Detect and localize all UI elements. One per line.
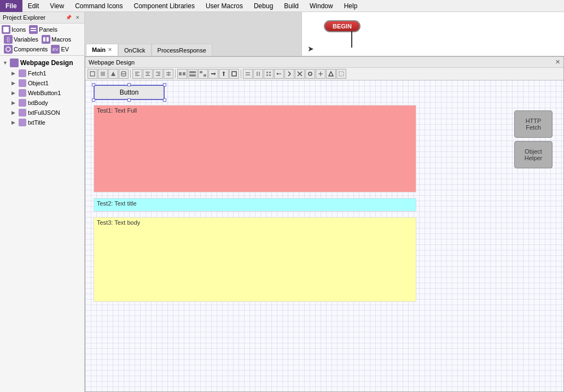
svg-rect-29: [203, 74, 206, 77]
tree-item-txtfulljson[interactable]: ▶ txtFullJSON: [2, 108, 83, 118]
menu-component-libraries[interactable]: Component Libraries: [129, 0, 200, 12]
dt-sep-2: [175, 69, 176, 78]
dt-btn-3[interactable]: [108, 69, 118, 79]
svg-rect-26: [189, 71, 196, 73]
webbutton1-widget[interactable]: Button: [94, 85, 165, 100]
dt-btn-4[interactable]: [119, 69, 129, 79]
fetch1-expand: ▶: [11, 71, 17, 76]
menu-file[interactable]: File: [0, 0, 22, 12]
toolbar-variables-group[interactable]: {} Variables: [4, 35, 38, 44]
macros-icon: [42, 35, 50, 44]
dt-btn-bar3[interactable]: [198, 69, 208, 79]
button-label: Button: [120, 89, 139, 96]
dt-align-left[interactable]: [132, 69, 142, 79]
button-widget-content[interactable]: Button: [94, 85, 165, 100]
tab-processresponse-label: ProcessResponse: [158, 47, 206, 54]
menu-build[interactable]: Build: [278, 0, 304, 12]
toolbar-macros-group[interactable]: Macros: [42, 35, 71, 44]
handle-tl[interactable]: [92, 83, 95, 86]
dt-btn-grid1[interactable]: [243, 69, 253, 79]
tree-item-txtbody-label: txtBody: [28, 100, 48, 106]
root-expand-arrow[interactable]: ▼: [3, 60, 8, 66]
object1-expand: ▶: [11, 80, 17, 86]
toolbar-icons-group[interactable]: Icons: [2, 25, 26, 34]
dt-btn-2[interactable]: [98, 69, 108, 79]
svg-rect-0: [3, 27, 9, 32]
tab-processresponse[interactable]: ProcessResponse: [152, 44, 212, 56]
dt-align-right[interactable]: [153, 69, 163, 79]
handle-br[interactable]: [163, 98, 166, 102]
fetch1-icon: [19, 69, 26, 77]
tree-item-fetch1[interactable]: ▶ Fetch1: [2, 68, 83, 78]
svg-rect-28: [200, 71, 202, 73]
right-area: Main ✕ OnClick ProcessResponse BEGIN ➤ W: [85, 12, 564, 392]
http-fetch-button[interactable]: HTTPFetch: [514, 110, 553, 138]
dt-btn-grid10[interactable]: [336, 69, 346, 79]
variables-label: Variables: [14, 36, 38, 43]
dt-btn-grid9[interactable]: [326, 69, 336, 79]
tree-item-object1-label: Object1: [28, 80, 49, 86]
menu-edit[interactable]: Edit: [22, 0, 45, 12]
txtfulljson-widget[interactable]: Test1: Text Full: [94, 105, 416, 192]
pe-close-icon[interactable]: ✕: [74, 14, 82, 21]
dt-btn-grid6[interactable]: [295, 69, 305, 79]
svg-rect-25: [183, 72, 185, 75]
tree-item-txtbody[interactable]: ▶ txtBody: [2, 98, 83, 108]
explorer-toolbar: Icons Panels {} Variables Macros: [0, 24, 84, 56]
tab-onclick[interactable]: OnClick: [118, 44, 152, 56]
dt-btn-grid3[interactable]: [264, 69, 274, 79]
dt-btn-bar2[interactable]: [188, 69, 197, 79]
menu-window[interactable]: Window: [304, 0, 339, 12]
svg-rect-27: [189, 74, 196, 77]
pe-pin-icon[interactable]: 📌: [65, 14, 72, 21]
dt-sep-3: [241, 69, 241, 78]
dt-btn-bar4[interactable]: [208, 69, 218, 79]
dt-btn-grid5[interactable]: [284, 69, 294, 79]
dt-distribute[interactable]: [164, 69, 173, 79]
tree-item-webbutton1[interactable]: ▶ WebButton1: [2, 88, 83, 98]
object-helper-button[interactable]: ObjectHelper: [514, 141, 553, 168]
dt-btn-bar6[interactable]: [229, 69, 239, 79]
menu-command-icons[interactable]: Command Icons: [69, 0, 128, 12]
dt-btn-grid4[interactable]: [274, 69, 284, 79]
tree-item-txttitle[interactable]: ▶ txtTitle: [2, 118, 83, 127]
webbutton1-expand: ▶: [11, 90, 17, 96]
tab-main[interactable]: Main ✕: [86, 44, 118, 56]
toolbar-components-group[interactable]: Components: [4, 45, 48, 54]
dt-align-center[interactable]: [143, 69, 153, 79]
dt-sep-1: [130, 69, 131, 78]
handle-tm[interactable]: [127, 83, 131, 86]
dt-btn-grid7[interactable]: [305, 69, 315, 79]
tree-root[interactable]: ▼ Webpage Design: [2, 57, 83, 68]
handle-bm[interactable]: [127, 98, 131, 102]
tab-main-close[interactable]: ✕: [108, 47, 112, 52]
design-panel-close[interactable]: ✕: [555, 58, 560, 66]
dt-btn-bar5[interactable]: [219, 69, 229, 79]
handle-bl[interactable]: [92, 98, 95, 102]
pe-icons: 📌 ✕: [65, 14, 82, 21]
txttitle-widget[interactable]: Test2: Text title: [94, 198, 416, 212]
handle-tr[interactable]: [163, 83, 166, 86]
dt-btn-grid2[interactable]: [253, 69, 263, 79]
dt-btn-1[interactable]: [88, 69, 97, 79]
text-body-label: Test3: Text body: [97, 219, 140, 226]
dt-btn-grid8[interactable]: [316, 69, 325, 79]
svg-rect-42: [269, 74, 271, 76]
components-label: Components: [14, 46, 48, 52]
toolbar-ev-group[interactable]: EV EV: [51, 45, 69, 54]
tree-item-object1[interactable]: ▶ Object1: [2, 78, 83, 88]
menu-view[interactable]: View: [44, 0, 69, 12]
dt-btn-bar1[interactable]: [177, 69, 187, 79]
txtbody-widget[interactable]: Test3: Text body: [94, 217, 416, 302]
panels-icon: [29, 25, 38, 34]
menu-user-macros[interactable]: User Macros: [200, 0, 248, 12]
svg-rect-4: [46, 37, 49, 42]
design-canvas[interactable]: Button Test1: Text Full Test2: Text titl…: [85, 80, 563, 391]
menu-help[interactable]: Help: [339, 0, 363, 12]
tree-root-label: Webpage Design: [20, 59, 73, 67]
begin-node[interactable]: BEGIN: [324, 20, 361, 32]
toolbar-panels-group[interactable]: Panels: [29, 25, 57, 34]
txtfulljson-icon: [19, 109, 26, 116]
project-explorer: Project Explorer 📌 ✕ Icons Panels {}: [0, 12, 85, 392]
menu-debug[interactable]: Debug: [248, 0, 278, 12]
